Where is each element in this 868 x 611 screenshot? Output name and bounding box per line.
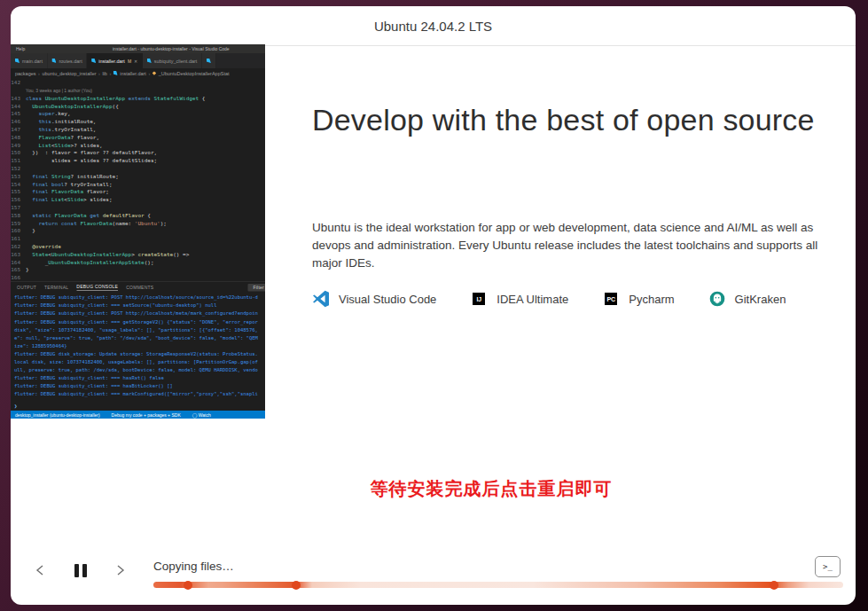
console-line: flutter: DEBUG subiquity_client: === set… (14, 302, 265, 309)
line-number: 147 (11, 126, 26, 134)
code-text: } (26, 266, 29, 274)
code-line: 147 this.tryOrInstall, (11, 126, 265, 134)
line-number: 151 (11, 157, 26, 165)
code-line: 153 final String? initialRoute; (11, 173, 265, 181)
vscode-filter-box: Filter (247, 284, 265, 292)
code-text: class UbuntuDesktopInstallerApp extends … (26, 95, 205, 103)
code-line: 162 @override (11, 243, 265, 251)
dart-file-icon (15, 59, 20, 63)
code-line: 145 super.key, (11, 110, 265, 118)
line-number: 152 (11, 165, 26, 173)
breadcrumb-separator: › (148, 71, 150, 76)
line-number: 142 (11, 79, 26, 87)
vscode-tab-label: routes.dart (59, 59, 82, 64)
code-line: 151 slides = slides ?? defaultSlides; (11, 157, 265, 165)
code-text: _UbuntuDesktopInstallerAppState(); (26, 258, 154, 266)
vscode-panel-tabs: OUTPUTTERMINALDEBUG CONSOLECOMMENTSFilte… (11, 281, 265, 294)
ide-item-idea: IJ IDEA Ultimate (470, 290, 568, 308)
console-line: flutter: DEBUG subiquity_client: === has… (14, 374, 265, 382)
install-progress-bar (153, 582, 843, 588)
ide-label: GitKraken (735, 293, 786, 306)
code-line: 146 this.initialRoute, (11, 118, 265, 126)
line-number: 162 (11, 243, 26, 251)
code-text: List<Slide>? slides, (26, 141, 103, 149)
line-number: 165 (11, 266, 26, 274)
code-text: return const FlavorData(name: 'Ubuntu'); (26, 219, 167, 227)
ide-logo-row: Visual Studio Code IJ IDEA Ultimate PC P… (312, 290, 786, 308)
dart-file-icon (147, 59, 152, 63)
idea-ultimate-icon: IJ (470, 290, 488, 308)
next-slide-button[interactable] (108, 559, 131, 582)
vscode-tab: installer.dartM✕ (87, 53, 143, 68)
code-line: 166 (11, 274, 265, 281)
console-line: flutter: DEBUG subiquity_client: POST ht… (14, 309, 265, 317)
code-text: final FlavorData flavor; (26, 188, 109, 196)
vscode-tab-label: subiquity_client.dart (154, 59, 198, 64)
line-number: 149 (11, 141, 26, 149)
installer-window: Ubuntu 24.04.2 LTS Help installer.dart -… (11, 6, 856, 605)
line-number: 155 (11, 188, 26, 196)
code-line: 156 final List<Slide> slides; (11, 196, 265, 204)
vscode-status-project: desktop_installer (ubuntu-desktop-instal… (15, 412, 100, 418)
vscode-tab: routes.dart (47, 53, 87, 68)
progress-dot (770, 581, 778, 590)
window-title: Ubuntu 24.04.2 LTS (374, 19, 492, 34)
code-line: 155 final FlavorData flavor; (11, 188, 265, 196)
code-line: 148 FlavorData? flavor, (11, 134, 265, 142)
line-number: 161 (11, 235, 26, 243)
code-text: slides = slides ?? defaultSlides; (26, 157, 157, 165)
panel-tab: DEBUG CONSOLE (76, 285, 118, 292)
slide-body-text: Ubuntu is the ideal workstation for app … (312, 219, 828, 272)
vscode-tab: subiquity_client.dart (143, 53, 202, 68)
vscode-titlebar: Help installer.dart - ubuntu-desktop-ins… (11, 44, 265, 53)
line-number: 145 (11, 110, 26, 118)
code-line: 142 (11, 79, 265, 87)
console-line: flutter: DEBUG subiquity_client: === has… (14, 382, 265, 390)
ide-item-pycharm: PC Pycharm (602, 290, 674, 308)
vscode-tab-label: installer.dart (98, 59, 125, 64)
line-number: 144 (11, 102, 26, 110)
code-line: 158 static FlavorData get defaultFlavor … (11, 212, 265, 220)
vscode-status-bar: desktop_installer (ubuntu-desktop-instal… (11, 411, 265, 419)
dart-file-icon (91, 59, 96, 63)
previous-slide-button[interactable] (29, 559, 52, 582)
breadcrumb-separator: › (98, 71, 100, 76)
slide-heading: Develop with the best of open source (312, 95, 844, 145)
line-number: 153 (11, 173, 26, 181)
breadcrumb-segment: lib (102, 71, 107, 76)
code-text: State<UbuntuDesktopInstallerApp> createS… (26, 251, 189, 259)
breadcrumb-segment: installer.dart (120, 71, 146, 76)
pycharm-icon: PC (602, 290, 620, 308)
console-line: flutter: DEBUG subiquity_client: === mar… (14, 390, 265, 398)
code-line: 161 (11, 235, 265, 243)
progress-dot (184, 581, 192, 590)
breadcrumb-segment: ubuntu_desktop_installer (42, 71, 96, 76)
panel-tab: OUTPUT (17, 286, 36, 291)
dart-file-icon (113, 71, 118, 75)
window-header: Ubuntu 24.04.2 LTS (11, 6, 856, 46)
code-text: this.tryOrInstall, (26, 126, 96, 134)
code-line: 159 return const FlavorData(name: 'Ubunt… (11, 219, 265, 227)
code-text: }) : flavor = flavor ?? defaultFlavor, (26, 149, 157, 157)
dart-file-icon (51, 59, 56, 63)
vscode-tab: main.dart (11, 53, 47, 68)
console-line: disk", "size": 107374182400, "usage_labe… (14, 325, 265, 333)
vscode-screenshot: Help installer.dart - ubuntu-desktop-ins… (11, 44, 265, 419)
terminal-toggle-button[interactable]: >_ (815, 556, 841, 577)
pause-slideshow-button[interactable] (69, 559, 92, 582)
ide-item-vscode: Visual Studio Code (312, 290, 436, 308)
line-number: 157 (11, 204, 26, 212)
line-number: 143 (11, 95, 26, 103)
install-status-label: Copying files… (153, 560, 234, 573)
progress-dot (292, 581, 301, 590)
terminal-icon: >_ (823, 562, 833, 571)
vscode-status-debug-config: Debug my code + packages + SDK (112, 412, 181, 418)
code-line: 152 (11, 165, 265, 173)
ide-label: Visual Studio Code (339, 293, 436, 306)
line-number: 158 (11, 212, 26, 220)
chevron-right-icon (112, 562, 128, 578)
code-text: this.initialRoute, (26, 118, 96, 126)
code-line: 164 _UbuntuDesktopInstallerAppState(); (11, 258, 265, 266)
line-number: 159 (11, 219, 26, 227)
code-line: 143class UbuntuDesktopInstallerApp exten… (11, 95, 265, 103)
